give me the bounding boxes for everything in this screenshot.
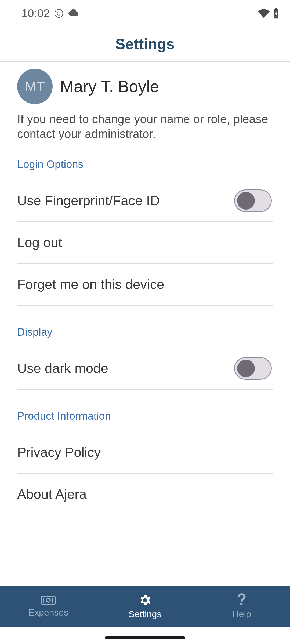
profile-row[interactable]: MT Mary T. Boyle bbox=[17, 62, 273, 109]
svg-point-2 bbox=[60, 12, 61, 13]
section-header-login: Login Options bbox=[17, 153, 273, 180]
avatar: MT bbox=[17, 69, 53, 104]
face-notification-icon bbox=[54, 9, 64, 18]
dark-mode-toggle[interactable] bbox=[234, 357, 272, 380]
product-info-list: Privacy Policy About Ajera bbox=[17, 432, 273, 515]
settings-content: MT Mary T. Boyle If you need to change y… bbox=[0, 62, 290, 515]
row-privacy-policy[interactable]: Privacy Policy bbox=[17, 432, 273, 474]
svg-point-1 bbox=[57, 12, 58, 13]
section-header-display: Display bbox=[17, 321, 273, 348]
cloud-icon bbox=[68, 9, 79, 17]
row-logout-label: Log out bbox=[17, 235, 272, 250]
row-forget-label: Forget me on this device bbox=[17, 277, 272, 292]
row-dark-mode-label: Use dark mode bbox=[17, 361, 234, 376]
nav-settings-label: Settings bbox=[129, 609, 162, 619]
row-about-label: About Ajera bbox=[17, 486, 272, 502]
help-icon bbox=[236, 593, 247, 607]
display-list: Use dark mode bbox=[17, 348, 273, 390]
nav-help-label: Help bbox=[232, 609, 251, 619]
row-biometric-label: Use Fingerprint/Face ID bbox=[17, 193, 234, 208]
nav-expenses-label: Expenses bbox=[28, 607, 68, 618]
login-options-list: Use Fingerprint/Face ID Log out Forget m… bbox=[17, 180, 273, 306]
svg-point-8 bbox=[46, 598, 50, 602]
page-title: Settings bbox=[0, 27, 290, 62]
toggle-knob bbox=[237, 192, 255, 210]
profile-name: Mary T. Boyle bbox=[60, 77, 159, 96]
status-left-group: 10:02 bbox=[21, 7, 79, 20]
profile-hint: If you need to change your name or role,… bbox=[17, 109, 273, 153]
wifi-icon bbox=[258, 9, 270, 18]
biometric-toggle[interactable] bbox=[234, 189, 272, 212]
svg-rect-4 bbox=[275, 8, 277, 9]
row-privacy-label: Privacy Policy bbox=[17, 445, 272, 460]
bottom-nav: Expenses Settings Help bbox=[0, 586, 290, 627]
money-icon bbox=[41, 595, 56, 606]
nav-item-expenses[interactable]: Expenses bbox=[0, 586, 97, 627]
toggle-knob bbox=[237, 360, 255, 377]
gear-icon bbox=[138, 593, 152, 607]
nav-item-settings[interactable]: Settings bbox=[97, 586, 193, 627]
row-biometric[interactable]: Use Fingerprint/Face ID bbox=[17, 180, 273, 222]
row-forget-device[interactable]: Forget me on this device bbox=[17, 264, 273, 306]
section-header-product: Product Information bbox=[17, 405, 273, 432]
row-dark-mode[interactable]: Use dark mode bbox=[17, 348, 273, 390]
row-about[interactable]: About Ajera bbox=[17, 474, 273, 515]
gesture-bar bbox=[105, 636, 185, 639]
nav-item-help[interactable]: Help bbox=[193, 586, 290, 627]
status-bar: 10:02 bbox=[0, 0, 290, 27]
status-time: 10:02 bbox=[21, 7, 50, 20]
svg-point-0 bbox=[55, 9, 63, 17]
status-right-group bbox=[258, 8, 279, 19]
row-logout[interactable]: Log out bbox=[17, 222, 273, 264]
battery-icon bbox=[273, 8, 279, 19]
